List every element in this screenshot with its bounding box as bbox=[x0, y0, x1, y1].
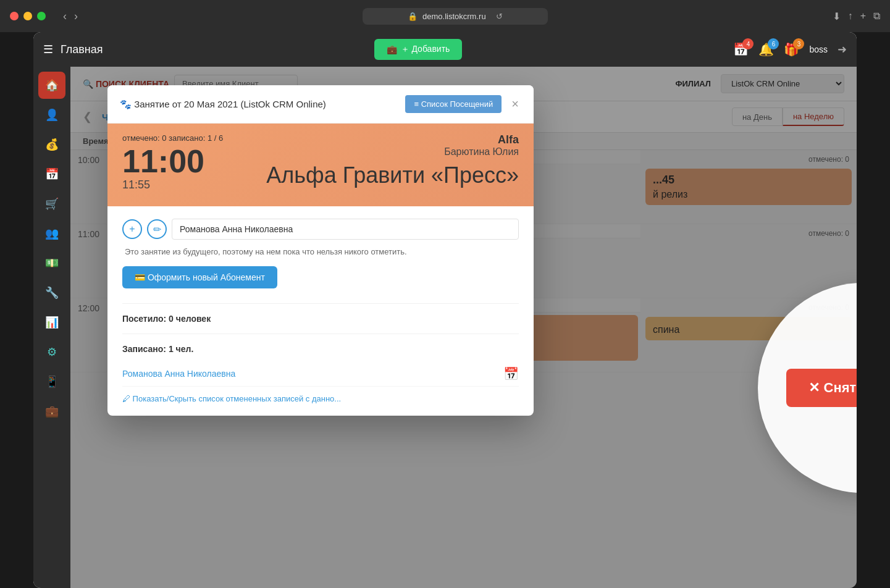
modal-overlay: 🐾 Занятие от 20 Мая 2021 (ListOk CRM Onl… bbox=[70, 67, 857, 588]
header-left: ☰ Главная bbox=[43, 43, 103, 56]
app-window: ☰ Главная 💼 ＋ Добавить 📅 4 🔔 6 🎁 3 boss bbox=[33, 32, 857, 588]
header-right: 📅 4 🔔 6 🎁 3 boss ➜ bbox=[733, 42, 847, 57]
add-lesson-button[interactable]: 💼 ＋ Добавить bbox=[374, 39, 463, 60]
sidebar-item-schedule[interactable]: 📅 bbox=[38, 161, 65, 188]
app-header: ☰ Главная 💼 ＋ Добавить 📅 4 🔔 6 🎁 3 boss bbox=[33, 32, 857, 67]
mac-addressbar: 🔒 demo.listokcrm.ru ↺ bbox=[85, 8, 825, 25]
divider-2 bbox=[122, 334, 519, 334]
download-icon[interactable]: ⬇ bbox=[833, 10, 841, 22]
add-client-btn[interactable]: + bbox=[122, 219, 142, 239]
modal: 🐾 Занятие от 20 Мая 2021 (ListOk CRM Onl… bbox=[107, 85, 534, 416]
registered-client-name: Романова Анна Николаевна bbox=[122, 369, 235, 379]
refresh-icon[interactable]: ↺ bbox=[496, 12, 503, 21]
hero-stats: отмечено: 0 записано: 1 / 6 bbox=[122, 133, 223, 143]
hero-time: 11:00 bbox=[122, 145, 223, 177]
user-name: boss bbox=[809, 44, 828, 54]
mac-titlebar: ‹ › 🔒 demo.listokcrm.ru ↺ ⬇ ↑ + ⧉ bbox=[0, 0, 890, 32]
registered-client-row: Романова Анна Николаевна 📅 bbox=[122, 361, 519, 387]
mac-traffic-lights bbox=[10, 12, 46, 20]
calendar-notification-btn[interactable]: 📅 4 bbox=[733, 42, 749, 57]
hero-class-name: Альфа Гравити «Пресс» bbox=[266, 162, 519, 188]
back-icon[interactable]: ‹ bbox=[63, 10, 67, 23]
modal-title: 🐾 Занятие от 20 Мая 2021 (ListOk CRM Onl… bbox=[120, 99, 326, 110]
sidebar: 🏠 👤 💰 📅 🛒 👥 💵 🔧 📊 ⚙ 📱 💼 bbox=[33, 67, 70, 588]
visited-section-label: Посетило: 0 человек bbox=[122, 314, 519, 324]
share-icon[interactable]: ↑ bbox=[848, 10, 853, 22]
url-text: demo.listokcrm.ru bbox=[422, 12, 486, 21]
calendar-icon-button[interactable]: 📅 bbox=[503, 366, 519, 381]
forward-icon[interactable]: › bbox=[74, 10, 78, 23]
client-input[interactable] bbox=[172, 219, 519, 240]
hero-end-time: 11:55 bbox=[122, 178, 223, 191]
client-row: + ✏ bbox=[122, 219, 519, 240]
hero-meta: отмечено: 0 записано: 1 / 6 11:00 11:55 … bbox=[122, 133, 519, 191]
hamburger-icon[interactable]: ☰ bbox=[43, 43, 53, 56]
url-box[interactable]: 🔒 demo.listokcrm.ru ↺ bbox=[363, 8, 548, 25]
sidebar-item-finance[interactable]: 💰 bbox=[38, 131, 65, 158]
lock-icon: 🔒 bbox=[408, 12, 418, 21]
maximize-dot[interactable] bbox=[37, 12, 46, 20]
plus-icon: 💼 bbox=[387, 44, 397, 54]
cancel-circle: ✕ Снять Запись bbox=[758, 283, 857, 493]
sidebar-item-reports[interactable]: 📊 bbox=[38, 309, 65, 336]
app-body: 🏠 👤 💰 📅 🛒 👥 💵 🔧 📊 ⚙ 📱 💼 🔍 ПОИСК КЛИЕНТА bbox=[33, 67, 857, 588]
hero-left: отмечено: 0 записано: 1 / 6 11:00 11:55 bbox=[122, 133, 223, 191]
gift-badge: 3 bbox=[793, 38, 804, 49]
hero-trainer: Барютина Юлия bbox=[266, 146, 519, 158]
modal-actions: ≡ Список Посещений × bbox=[405, 95, 521, 113]
sidebar-item-shop[interactable]: 🛒 bbox=[38, 190, 65, 217]
new-abonnement-button[interactable]: 💳 Оформить новый Абонемент bbox=[122, 266, 277, 288]
sidebar-item-home[interactable]: 🏠 bbox=[38, 72, 65, 99]
modal-body: + ✏ Это занятие из будущего, поэтому на … bbox=[107, 206, 534, 416]
gift-btn[interactable]: 🎁 3 bbox=[784, 42, 799, 57]
future-notice: Это занятие из будущего, поэтому на нем … bbox=[122, 247, 519, 256]
header-center: 💼 ＋ Добавить bbox=[111, 39, 726, 60]
sidebar-item-mobile[interactable]: 📱 bbox=[38, 368, 65, 395]
modal-header: 🐾 Занятие от 20 Мая 2021 (ListOk CRM Onl… bbox=[107, 85, 534, 124]
show-cancelled-link[interactable]: 🖊 Показать/Скрыть список отмененных запи… bbox=[122, 394, 519, 403]
hero-filial: Alfa bbox=[266, 133, 519, 146]
registered-section-label: Записано: 1 чел. bbox=[122, 344, 519, 354]
sidebar-item-settings[interactable]: ⚙ bbox=[38, 338, 65, 366]
bell-badge: 6 bbox=[768, 38, 779, 49]
sidebar-item-clients[interactable]: 👤 bbox=[38, 101, 65, 128]
edit-client-btn[interactable]: ✏ bbox=[147, 219, 167, 239]
hero-right: Alfa Барютина Юлия Альфа Гравити «Пресс» bbox=[266, 133, 519, 188]
visit-list-button[interactable]: ≡ Список Посещений bbox=[405, 95, 502, 113]
calendar-badge: 4 bbox=[742, 38, 754, 49]
divider bbox=[122, 303, 519, 304]
mac-right-controls: ⬇ ↑ + ⧉ bbox=[833, 10, 880, 22]
windows-icon[interactable]: ⧉ bbox=[873, 10, 880, 22]
mac-nav-controls: ‹ › bbox=[63, 10, 78, 23]
main-content: 🔍 ПОИСК КЛИЕНТА ФИЛИАЛ ListOk CRM Online… bbox=[70, 67, 857, 588]
app-title: Главная bbox=[61, 43, 103, 56]
minimize-dot[interactable] bbox=[23, 12, 32, 20]
cancel-overlay: ✕ Снять Запись bbox=[758, 283, 857, 493]
sidebar-item-payments[interactable]: 💵 bbox=[38, 250, 65, 277]
close-modal-button[interactable]: × bbox=[509, 97, 521, 111]
close-dot[interactable] bbox=[10, 12, 19, 20]
bell-notification-btn[interactable]: 🔔 6 bbox=[758, 42, 774, 57]
cancel-registration-button[interactable]: ✕ Снять Запись bbox=[786, 369, 857, 407]
new-tab-icon[interactable]: + bbox=[860, 10, 866, 22]
sidebar-item-staff[interactable]: 👥 bbox=[38, 220, 65, 247]
sidebar-item-filter[interactable]: 🔧 bbox=[38, 279, 65, 306]
modal-hero: отмечено: 0 записано: 1 / 6 11:00 11:55 … bbox=[107, 124, 534, 206]
sidebar-item-briefcase[interactable]: 💼 bbox=[38, 398, 65, 425]
logout-icon[interactable]: ➜ bbox=[838, 43, 847, 56]
